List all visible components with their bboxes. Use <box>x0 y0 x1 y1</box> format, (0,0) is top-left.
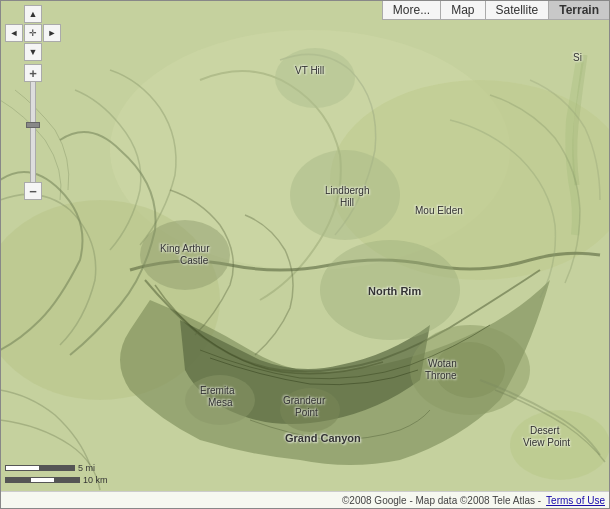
svg-point-11 <box>290 150 400 240</box>
nav-up-button[interactable]: ▲ <box>24 5 42 23</box>
scale-block-white <box>5 465 40 471</box>
map-button[interactable]: Map <box>441 1 485 19</box>
nav-down-button[interactable]: ▼ <box>24 43 42 61</box>
terrain-map <box>0 0 610 509</box>
zoom-out-button[interactable]: − <box>24 182 42 200</box>
zoom-controls: + − <box>24 64 42 200</box>
zoom-thumb[interactable] <box>26 122 40 128</box>
more-button[interactable]: More... <box>383 1 441 19</box>
svg-point-7 <box>185 375 255 425</box>
nav-right-button[interactable]: ► <box>43 24 61 42</box>
nav-controls: ▲ ◄ ✛ ► ▼ + − <box>5 5 61 200</box>
svg-point-10 <box>140 220 230 290</box>
toolbar: More... Map Satellite Terrain <box>382 0 610 20</box>
nav-center-button[interactable]: ✛ <box>24 24 42 42</box>
scale-km-label: 10 km <box>83 475 108 485</box>
map-container[interactable]: More... Map Satellite Terrain ▲ ◄ ✛ ► ▼ … <box>0 0 610 509</box>
svg-point-12 <box>275 48 355 108</box>
scale-bar: 5 mi 10 km <box>5 463 108 487</box>
nav-left-button[interactable]: ◄ <box>5 24 23 42</box>
copyright-text: ©2008 Google - Map data ©2008 Tele Atlas… <box>5 495 541 506</box>
svg-point-9 <box>320 240 460 340</box>
scale-block-black <box>40 465 75 471</box>
zoom-in-button[interactable]: + <box>24 64 42 82</box>
nav-arrows: ▲ ◄ ✛ ► ▼ <box>5 5 61 61</box>
terms-link[interactable]: Terms of Use <box>546 495 605 506</box>
bottom-bar: ©2008 Google - Map data ©2008 Tele Atlas… <box>0 491 610 509</box>
scale-km-block1 <box>5 477 30 483</box>
satellite-button[interactable]: Satellite <box>486 1 550 19</box>
scale-km-block3 <box>55 477 80 483</box>
svg-point-8 <box>280 388 340 432</box>
scale-km-block2 <box>30 477 55 483</box>
scale-mi-label: 5 mi <box>78 463 95 473</box>
terrain-button[interactable]: Terrain <box>549 1 609 19</box>
svg-point-6 <box>510 410 610 480</box>
zoom-slider[interactable] <box>30 82 36 182</box>
